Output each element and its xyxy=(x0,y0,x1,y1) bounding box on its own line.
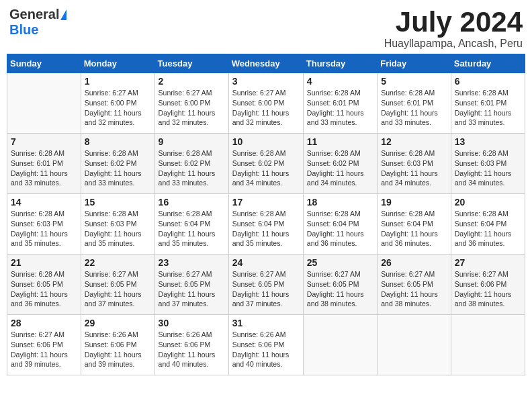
day-number: 29 xyxy=(85,318,151,328)
calendar-cell: 19Sunrise: 6:28 AM Sunset: 6:04 PM Dayli… xyxy=(378,194,451,255)
col-header-monday: Monday xyxy=(81,54,154,73)
logo-blue: Blue xyxy=(9,22,38,38)
day-info: Sunrise: 6:27 AM Sunset: 6:05 PM Dayligh… xyxy=(381,269,447,309)
logo-general: General xyxy=(9,7,59,22)
col-header-wednesday: Wednesday xyxy=(228,54,303,73)
day-info: Sunrise: 6:27 AM Sunset: 6:06 PM Dayligh… xyxy=(11,330,77,369)
calendar-week-row: 21Sunrise: 6:28 AM Sunset: 6:05 PM Dayli… xyxy=(7,255,525,315)
day-number: 21 xyxy=(11,257,77,268)
day-info: Sunrise: 6:27 AM Sunset: 6:05 PM Dayligh… xyxy=(232,269,300,309)
calendar-cell: 29Sunrise: 6:26 AM Sunset: 6:06 PM Dayli… xyxy=(81,315,154,375)
calendar-cell xyxy=(7,73,81,134)
day-number: 10 xyxy=(232,136,300,147)
day-info: Sunrise: 6:28 AM Sunset: 6:01 PM Dayligh… xyxy=(455,88,521,128)
day-number: 25 xyxy=(307,257,373,268)
calendar-cell: 4Sunrise: 6:28 AM Sunset: 6:01 PM Daylig… xyxy=(303,73,377,134)
day-info: Sunrise: 6:28 AM Sunset: 6:03 PM Dayligh… xyxy=(381,148,447,188)
calendar-cell: 21Sunrise: 6:28 AM Sunset: 6:05 PM Dayli… xyxy=(7,255,81,315)
calendar-cell: 3Sunrise: 6:27 AM Sunset: 6:00 PM Daylig… xyxy=(228,73,303,134)
day-number: 23 xyxy=(159,257,225,268)
day-info: Sunrise: 6:27 AM Sunset: 6:00 PM Dayligh… xyxy=(85,88,151,128)
calendar-cell: 27Sunrise: 6:27 AM Sunset: 6:06 PM Dayli… xyxy=(451,255,525,315)
page-title: July 2024 xyxy=(384,7,523,38)
day-number: 2 xyxy=(159,76,225,87)
day-number: 12 xyxy=(381,136,447,147)
day-number: 22 xyxy=(85,257,151,268)
calendar-cell: 20Sunrise: 6:28 AM Sunset: 6:04 PM Dayli… xyxy=(451,194,525,255)
day-number: 7 xyxy=(11,136,77,147)
day-number: 5 xyxy=(381,76,447,87)
calendar-cell: 26Sunrise: 6:27 AM Sunset: 6:05 PM Dayli… xyxy=(378,255,451,315)
day-number: 17 xyxy=(232,197,300,208)
day-info: Sunrise: 6:28 AM Sunset: 6:02 PM Dayligh… xyxy=(85,148,151,188)
day-info: Sunrise: 6:28 AM Sunset: 6:01 PM Dayligh… xyxy=(307,88,373,128)
calendar-cell: 31Sunrise: 6:26 AM Sunset: 6:06 PM Dayli… xyxy=(228,315,303,375)
day-number: 11 xyxy=(307,136,373,147)
day-info: Sunrise: 6:27 AM Sunset: 6:05 PM Dayligh… xyxy=(85,269,151,309)
day-number: 15 xyxy=(85,197,151,208)
day-info: Sunrise: 6:28 AM Sunset: 6:01 PM Dayligh… xyxy=(381,88,447,128)
day-info: Sunrise: 6:28 AM Sunset: 6:04 PM Dayligh… xyxy=(307,209,373,248)
day-number: 9 xyxy=(159,136,225,147)
calendar-cell: 30Sunrise: 6:26 AM Sunset: 6:06 PM Dayli… xyxy=(154,315,228,375)
day-info: Sunrise: 6:28 AM Sunset: 6:02 PM Dayligh… xyxy=(232,148,300,188)
day-number: 8 xyxy=(85,136,151,147)
day-number: 31 xyxy=(232,318,300,328)
calendar-cell: 9Sunrise: 6:28 AM Sunset: 6:02 PM Daylig… xyxy=(154,134,228,194)
day-number: 26 xyxy=(381,257,447,268)
title-block: July 2024 Huayllapampa, Ancash, Peru xyxy=(384,7,523,50)
calendar-cell: 8Sunrise: 6:28 AM Sunset: 6:02 PM Daylig… xyxy=(81,134,154,194)
day-info: Sunrise: 6:27 AM Sunset: 6:05 PM Dayligh… xyxy=(307,269,373,309)
day-info: Sunrise: 6:28 AM Sunset: 6:02 PM Dayligh… xyxy=(307,148,373,188)
calendar-cell: 17Sunrise: 6:28 AM Sunset: 6:04 PM Dayli… xyxy=(228,194,303,255)
day-number: 1 xyxy=(85,76,151,87)
calendar-cell: 18Sunrise: 6:28 AM Sunset: 6:04 PM Dayli… xyxy=(303,194,377,255)
day-number: 13 xyxy=(455,136,521,147)
day-number: 18 xyxy=(307,197,373,208)
day-info: Sunrise: 6:27 AM Sunset: 6:00 PM Dayligh… xyxy=(159,88,225,128)
calendar-cell xyxy=(378,315,451,375)
calendar-cell: 22Sunrise: 6:27 AM Sunset: 6:05 PM Dayli… xyxy=(81,255,154,315)
day-number: 20 xyxy=(455,197,521,208)
day-number: 4 xyxy=(307,76,373,87)
calendar-cell: 11Sunrise: 6:28 AM Sunset: 6:02 PM Dayli… xyxy=(303,134,377,194)
day-number: 14 xyxy=(11,197,77,208)
calendar-cell: 15Sunrise: 6:28 AM Sunset: 6:03 PM Dayli… xyxy=(81,194,154,255)
calendar-week-row: 28Sunrise: 6:27 AM Sunset: 6:06 PM Dayli… xyxy=(7,315,525,375)
day-info: Sunrise: 6:28 AM Sunset: 6:04 PM Dayligh… xyxy=(381,209,447,248)
page-header: General Blue July 2024 Huayllapampa, Anc… xyxy=(7,7,525,50)
col-header-sunday: Sunday xyxy=(7,54,81,73)
day-info: Sunrise: 6:28 AM Sunset: 6:03 PM Dayligh… xyxy=(11,209,77,248)
day-info: Sunrise: 6:26 AM Sunset: 6:06 PM Dayligh… xyxy=(232,330,300,369)
calendar-cell xyxy=(303,315,377,375)
day-number: 6 xyxy=(455,76,521,87)
calendar-cell: 25Sunrise: 6:27 AM Sunset: 6:05 PM Dayli… xyxy=(303,255,377,315)
logo: General Blue xyxy=(9,7,66,38)
day-info: Sunrise: 6:28 AM Sunset: 6:05 PM Dayligh… xyxy=(11,269,77,309)
day-number: 19 xyxy=(381,197,447,208)
col-header-tuesday: Tuesday xyxy=(154,54,228,73)
day-info: Sunrise: 6:26 AM Sunset: 6:06 PM Dayligh… xyxy=(159,330,225,369)
day-number: 3 xyxy=(232,76,300,87)
day-info: Sunrise: 6:26 AM Sunset: 6:06 PM Dayligh… xyxy=(85,330,151,369)
calendar-cell: 24Sunrise: 6:27 AM Sunset: 6:05 PM Dayli… xyxy=(228,255,303,315)
calendar-week-row: 1Sunrise: 6:27 AM Sunset: 6:00 PM Daylig… xyxy=(7,73,525,134)
calendar-cell: 14Sunrise: 6:28 AM Sunset: 6:03 PM Dayli… xyxy=(7,194,81,255)
calendar-week-row: 7Sunrise: 6:28 AM Sunset: 6:01 PM Daylig… xyxy=(7,134,525,194)
day-number: 16 xyxy=(159,197,225,208)
col-header-saturday: Saturday xyxy=(451,54,525,73)
calendar-cell: 1Sunrise: 6:27 AM Sunset: 6:00 PM Daylig… xyxy=(81,73,154,134)
day-info: Sunrise: 6:27 AM Sunset: 6:00 PM Dayligh… xyxy=(232,88,300,128)
calendar-week-row: 14Sunrise: 6:28 AM Sunset: 6:03 PM Dayli… xyxy=(7,194,525,255)
logo-triangle-icon xyxy=(60,9,66,20)
col-header-thursday: Thursday xyxy=(303,54,377,73)
day-info: Sunrise: 6:28 AM Sunset: 6:02 PM Dayligh… xyxy=(159,148,225,188)
page-location: Huayllapampa, Ancash, Peru xyxy=(384,38,523,50)
calendar-cell: 7Sunrise: 6:28 AM Sunset: 6:01 PM Daylig… xyxy=(7,134,81,194)
day-info: Sunrise: 6:27 AM Sunset: 6:05 PM Dayligh… xyxy=(159,269,225,309)
calendar-cell: 6Sunrise: 6:28 AM Sunset: 6:01 PM Daylig… xyxy=(451,73,525,134)
day-info: Sunrise: 6:28 AM Sunset: 6:04 PM Dayligh… xyxy=(159,209,225,248)
calendar-cell: 10Sunrise: 6:28 AM Sunset: 6:02 PM Dayli… xyxy=(228,134,303,194)
day-number: 28 xyxy=(11,318,77,328)
col-header-friday: Friday xyxy=(378,54,451,73)
